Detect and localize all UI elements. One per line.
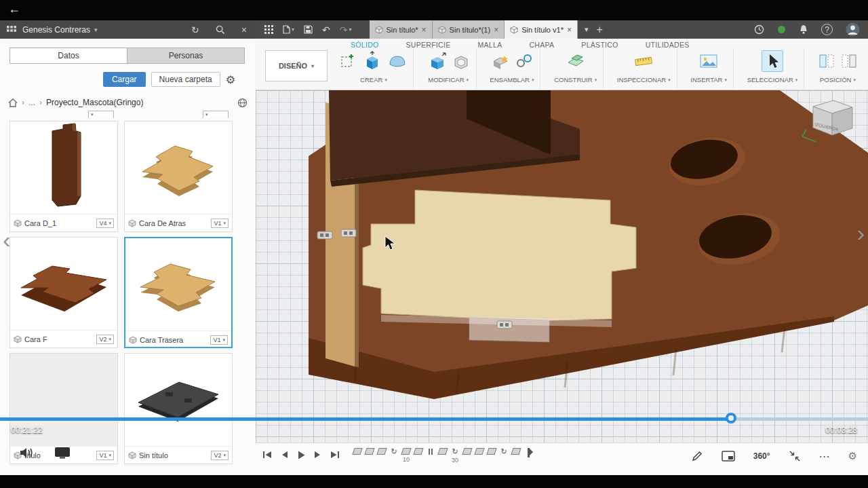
search-icon[interactable] — [216, 25, 225, 35]
status-green-dot-icon[interactable] — [777, 25, 786, 34]
user-avatar[interactable] — [846, 22, 860, 37]
timeline-marker-revolve[interactable]: ↻ — [390, 448, 398, 464]
save-icon[interactable] — [304, 25, 313, 34]
asset-card-sin-titulo[interactable]: Sin título V2▾ — [124, 353, 233, 464]
timeline-marker-sketch[interactable] — [378, 448, 386, 463]
document-tab-active[interactable]: Sin título v1* × — [505, 20, 578, 39]
job-status-clock-icon[interactable] — [754, 24, 764, 35]
joint-icon[interactable] — [515, 52, 533, 70]
new-component-icon[interactable] — [490, 52, 511, 71]
timeline-marker-sketch[interactable] — [512, 448, 520, 463]
nav-next-icon[interactable]: › — [857, 221, 865, 244]
construction-plane-icon[interactable] — [566, 52, 586, 71]
help-icon[interactable]: ? — [821, 24, 833, 35]
group-crear: CREAR▾ — [334, 48, 414, 89]
group-label-insertar[interactable]: INSERTAR▾ — [690, 76, 727, 83]
user-name[interactable]: Genesis Contreras — [22, 25, 90, 35]
version-badge[interactable]: V4▾ — [96, 219, 114, 228]
group-label-ensamblar[interactable]: ENSAMBLAR▾ — [490, 76, 534, 83]
version-badge[interactable]: V2▾ — [211, 451, 229, 460]
tab-close-icon[interactable]: × — [422, 25, 427, 35]
timeline-marker-sketch[interactable] — [439, 448, 447, 463]
create-sketch-icon[interactable] — [340, 53, 357, 69]
group-label-inspeccionar[interactable]: INSPECCIONAR▾ — [617, 76, 671, 83]
measure-icon[interactable] — [633, 52, 654, 70]
timeline-marker-sketch[interactable] — [475, 448, 484, 463]
form-icon[interactable] — [388, 52, 407, 70]
timeline-marker-sketch[interactable] — [414, 448, 422, 463]
upload-button[interactable]: Cargar — [103, 72, 146, 87]
version-badge[interactable]: V1▾ — [96, 451, 114, 460]
timeline-marker-revolve[interactable]: ↻ — [500, 448, 508, 464]
position-capture-icon[interactable] — [818, 52, 835, 70]
3d-viewport-canvas[interactable]: IZQUIERDA — [256, 90, 868, 443]
step-forward-icon[interactable] — [313, 450, 322, 459]
new-tab-icon[interactable]: + — [596, 24, 602, 36]
undo-icon[interactable]: ↶ — [322, 25, 330, 35]
breadcrumb-project[interactable]: Proyecto_Mascota(Gringo) — [46, 98, 143, 107]
tab-close-icon[interactable]: × — [567, 25, 572, 35]
breadcrumb-ellipsis[interactable]: ... — [28, 98, 35, 107]
group-label-construir[interactable]: CONSTRUIR▾ — [554, 76, 597, 83]
picture-in-picture-icon[interactable] — [722, 451, 735, 462]
app-grid-icon[interactable] — [264, 25, 273, 34]
file-menu[interactable]: ▾ — [283, 25, 294, 34]
annotate-pencil-icon[interactable] — [691, 450, 703, 462]
nav-previous-icon[interactable]: ‹ — [3, 228, 10, 251]
timeline-marker-sketch[interactable] — [463, 448, 471, 463]
user-chevron-down-icon[interactable]: ▾ — [94, 26, 98, 33]
asset-card-cara-de-atras[interactable]: Cara De Atras V1▾ — [124, 121, 233, 232]
new-folder-button[interactable]: Nueva carpeta — [151, 72, 220, 87]
asset-card-cara-d1[interactable]: Cara D_1 V4▾ — [9, 121, 118, 232]
group-label-crear[interactable]: CREAR▾ — [360, 76, 387, 83]
collapse-icon[interactable] — [789, 450, 801, 462]
shell-icon[interactable] — [452, 52, 470, 70]
version-badge[interactable]: V2▾ — [96, 335, 114, 344]
asset-card-cara-f[interactable]: Cara F V2▾ — [9, 237, 118, 348]
timeline-marker-sketch[interactable] — [366, 448, 374, 463]
timeline-marker-revolve[interactable]: ↻30 — [451, 448, 459, 464]
timeline-marker-sketch[interactable] — [488, 448, 496, 463]
design-context-dropdown[interactable]: DISEÑO ▾ — [265, 50, 328, 81]
video-progress-knob[interactable] — [726, 413, 736, 424]
extrude-icon[interactable] — [361, 51, 383, 71]
group-label-posicion[interactable]: POSICIÓN▾ — [820, 76, 856, 83]
position-revert-icon[interactable] — [840, 52, 858, 70]
notifications-bell-icon[interactable] — [799, 24, 808, 35]
asset-card-cara-trasera-selected[interactable]: Cara Trasera V1▾ — [124, 237, 233, 348]
play-icon[interactable] — [296, 450, 306, 460]
insert-image-icon[interactable] — [699, 53, 718, 69]
rotate-360-icon[interactable]: 360° — [753, 451, 770, 461]
skip-start-icon[interactable] — [262, 450, 273, 459]
version-badge[interactable]: V1▾ — [211, 219, 229, 228]
tab-personas[interactable]: Personas — [127, 48, 244, 63]
back-arrow-icon[interactable]: ← — [8, 2, 20, 16]
group-label-seleccionar[interactable]: SELECCIONAR▾ — [747, 76, 798, 83]
tab-list-chevron-icon[interactable]: ▾ — [585, 25, 589, 34]
close-panel-icon[interactable]: × — [241, 25, 247, 35]
tab-datos[interactable]: Datos — [10, 48, 127, 63]
globe-icon[interactable] — [237, 98, 248, 108]
timeline-marker-pause[interactable] — [427, 448, 435, 464]
player-settings-gear-icon[interactable]: ⚙ — [848, 450, 857, 462]
group-label-modificar[interactable]: MODIFICAR▾ — [428, 76, 469, 83]
screen-share-monitor-icon[interactable] — [54, 447, 71, 459]
volume-speaker-icon[interactable] — [19, 446, 35, 459]
version-badge[interactable]: V1▾ — [210, 335, 228, 345]
tab-close-icon[interactable]: × — [494, 25, 498, 35]
refresh-icon[interactable]: ↻ — [191, 25, 199, 35]
skip-end-icon[interactable] — [330, 450, 340, 459]
panel-settings-gear-icon[interactable]: ⚙ — [226, 73, 235, 86]
document-tab[interactable]: Sin título* × — [370, 20, 433, 39]
select-tool-icon[interactable] — [762, 50, 783, 72]
more-options-icon[interactable]: ⋯ — [819, 450, 830, 463]
document-tab[interactable]: Sin título*(1) × — [433, 20, 505, 39]
timeline-marker-sketch[interactable] — [353, 448, 361, 463]
step-back-icon[interactable] — [280, 450, 289, 459]
video-progress-played[interactable] — [0, 417, 731, 421]
redo-menu[interactable]: ↷▾ — [340, 25, 352, 35]
press-pull-icon[interactable] — [427, 52, 448, 71]
timeline-marker-sketch[interactable]: 10 — [402, 448, 410, 463]
home-icon[interactable] — [8, 98, 18, 107]
timeline-marker-end[interactable] — [524, 448, 532, 466]
